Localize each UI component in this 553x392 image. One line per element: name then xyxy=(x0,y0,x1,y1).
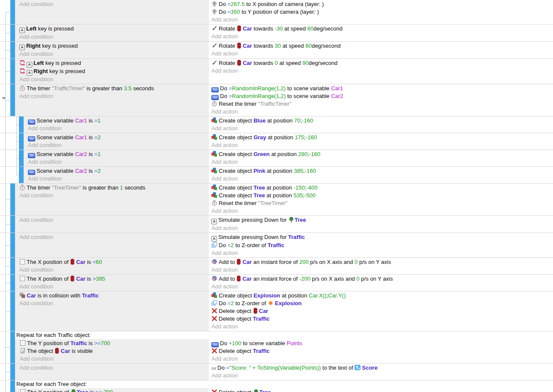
event-highlight-bar[interactable] xyxy=(10,24,15,41)
collapse-arrow-icon[interactable] xyxy=(2,97,6,100)
variable-name: Points xyxy=(287,340,302,346)
action-line[interactable]: Create object Blue at position 70;-160 xyxy=(211,117,550,125)
condition-line[interactable]: The Y position of Traffic is >=700 xyxy=(20,340,206,347)
text: seconds xyxy=(131,85,154,92)
add-action-link[interactable]: Add action xyxy=(211,50,550,58)
action-line[interactable]: Create object Green at position 280;-160 xyxy=(211,150,550,158)
event-highlight-bar[interactable] xyxy=(10,216,15,233)
add-condition-link[interactable]: Add condition xyxy=(19,266,206,274)
action-line[interactable]: VarDo =RandomInRange(1,2) to scene varia… xyxy=(211,85,550,92)
add-action-link[interactable]: Add action xyxy=(211,67,550,75)
add-action-link[interactable]: Add action xyxy=(211,283,550,291)
action-line[interactable]: Delete object Tree xyxy=(211,389,550,392)
add-action-link[interactable]: Add action xyxy=(211,16,550,24)
event-highlight-bar[interactable] xyxy=(19,150,24,166)
action-line[interactable]: Reset the timer "TrafficTimer" xyxy=(211,100,550,108)
event-highlight-bar[interactable] xyxy=(10,291,15,331)
add-condition-link[interactable]: Add condition xyxy=(28,125,206,132)
add-condition-link[interactable]: Add condition xyxy=(28,158,206,166)
add-action-link[interactable]: Add action xyxy=(211,108,550,116)
event-highlight-bar[interactable] xyxy=(10,0,15,24)
add-action-link[interactable]: Add action xyxy=(211,158,550,166)
condition-line[interactable]: The X position of Car is <60 xyxy=(19,258,206,266)
action-line[interactable]: Do =2 to Z-order of Explosion xyxy=(211,300,550,307)
condition-line[interactable]: ARight key is pressed xyxy=(19,42,206,50)
zorder-icon xyxy=(211,300,217,306)
add-condition-link[interactable]: Add condition xyxy=(19,233,206,241)
add-condition-link[interactable]: Add condition xyxy=(19,0,206,8)
add-condition-link[interactable]: Add condition xyxy=(19,216,206,224)
action-line[interactable]: Create object Explosion at position Car.… xyxy=(211,292,550,300)
add-action-link[interactable]: Add action xyxy=(211,372,550,380)
add-condition-link[interactable]: Add condition xyxy=(19,92,206,100)
condition-line[interactable]: ALeft key is pressed xyxy=(19,25,206,33)
add-condition-link[interactable]: Add condition xyxy=(28,175,206,183)
event-highlight-bar[interactable] xyxy=(10,84,15,116)
condition-line[interactable]: VarScene variable Car2 is =1 xyxy=(28,150,206,158)
add-condition-link[interactable]: Add condition xyxy=(20,355,206,363)
action-line[interactable]: Rotate Car towards 30 at speed 60deg/sec… xyxy=(211,42,550,50)
add-condition-link[interactable]: Add condition xyxy=(19,283,206,291)
add-action-link[interactable]: Add action xyxy=(211,323,550,331)
event-highlight-bar[interactable] xyxy=(19,167,24,183)
add-action-link[interactable]: Add action xyxy=(211,355,550,363)
action-line[interactable]: Create object Tree at position -150;-400 xyxy=(211,184,550,192)
add-action-link[interactable]: Add action xyxy=(211,125,550,132)
add-action-link[interactable]: Add action xyxy=(211,175,550,183)
event-highlight-bar[interactable] xyxy=(19,116,24,133)
action-line[interactable]: Reset the timer "TreeTimer" xyxy=(211,199,550,207)
condition-line[interactable]: ALeft key is pressed xyxy=(19,59,206,67)
action-line[interactable]: Delete object Traffic xyxy=(211,347,550,355)
action-line[interactable]: Rotate Car towards -30 at speed 60deg/se… xyxy=(211,25,550,33)
event-highlight-bar[interactable] xyxy=(10,184,15,215)
add-action-link[interactable]: Add action xyxy=(211,266,550,274)
event-highlight-bar[interactable] xyxy=(10,380,15,392)
condition-line[interactable]: VarScene variable Car2 is =2 xyxy=(28,167,206,175)
add-condition-link[interactable]: Add condition xyxy=(19,364,206,372)
condition-line[interactable]: ARight key is pressed xyxy=(19,67,206,76)
event-highlight-bar[interactable] xyxy=(10,59,15,84)
event-highlight-bar[interactable] xyxy=(10,275,15,291)
action-line[interactable]: Add to Car an instant force of 200 p/s o… xyxy=(211,258,550,266)
condition-line[interactable]: The object Car is visible xyxy=(20,347,206,355)
action-line[interactable]: Create object Tree at position 535;-500 xyxy=(211,192,550,199)
add-condition-link[interactable]: Add condition xyxy=(19,76,206,83)
action-line[interactable]: Add to Car an instant force of -200 p/s … xyxy=(211,275,550,283)
action-line[interactable]: txtDo ="Score: " + ToString(Variable(Poi… xyxy=(211,364,550,372)
add-action-link[interactable]: Add action xyxy=(211,33,550,40)
event-highlight-bar[interactable] xyxy=(19,133,24,150)
action-line[interactable]: ASimulate pressing Down for Tree xyxy=(211,216,550,224)
condition-line[interactable]: The timer "TreeTimer" is greater than 1 … xyxy=(19,184,206,192)
add-condition-link[interactable]: Add condition xyxy=(28,141,206,149)
add-condition-link[interactable]: Add condition xyxy=(19,33,206,41)
condition-line[interactable]: VarScene variable Car1 is =1 xyxy=(28,117,206,125)
condition-line[interactable]: Car is in collision with Traffic xyxy=(19,292,206,300)
condition-line[interactable]: The timer "TrafficTimer" is greater than… xyxy=(19,85,206,92)
action-line[interactable]: Delete object Car xyxy=(211,307,550,315)
add-action-link[interactable]: Add action xyxy=(211,249,550,257)
event-highlight-bar[interactable] xyxy=(10,233,15,257)
action-line[interactable]: Do =350 to Y position of camera (layer: … xyxy=(211,8,550,16)
action-line[interactable]: Rotate Car towards 0 at speed 90deg/seco… xyxy=(211,59,550,67)
add-condition-link[interactable]: Add condition xyxy=(19,192,206,199)
action-line[interactable]: Create object Pink at position 385;-160 xyxy=(211,167,550,175)
condition-line[interactable]: The X position of Car is >395 xyxy=(19,275,206,283)
add-condition-link[interactable]: Add condition xyxy=(19,300,206,307)
action-line[interactable]: Delete object Traffic xyxy=(211,315,550,323)
event-highlight-bar[interactable] xyxy=(10,42,15,58)
action-line[interactable]: Do =2 to Z-order of Traffic xyxy=(211,242,550,249)
action-line[interactable]: Create object Gray at position 175;-160 xyxy=(211,134,550,141)
action-line[interactable]: VarDo =RandomInRange(1,2) to scene varia… xyxy=(211,92,550,100)
action-line[interactable]: VarDo +100 to scene variable Points xyxy=(211,340,550,347)
add-condition-link[interactable]: Add condition xyxy=(19,50,206,58)
event-highlight-bar[interactable] xyxy=(10,258,15,274)
event-highlight-bar[interactable] xyxy=(10,331,15,363)
action-line[interactable]: Do =267.5 to X position of camera (layer… xyxy=(211,0,550,8)
condition-line[interactable]: VarScene variable Car1 is =2 xyxy=(28,134,206,141)
add-action-link[interactable]: Add action xyxy=(211,224,550,232)
add-action-link[interactable]: Add action xyxy=(211,207,550,215)
event-highlight-bar[interactable] xyxy=(10,364,15,380)
condition-line[interactable]: The Y position of Tree is >= 700 xyxy=(20,389,206,392)
action-line[interactable]: ASimulate pressing Down for Traffic xyxy=(211,233,550,242)
add-action-link[interactable]: Add action xyxy=(211,141,550,149)
